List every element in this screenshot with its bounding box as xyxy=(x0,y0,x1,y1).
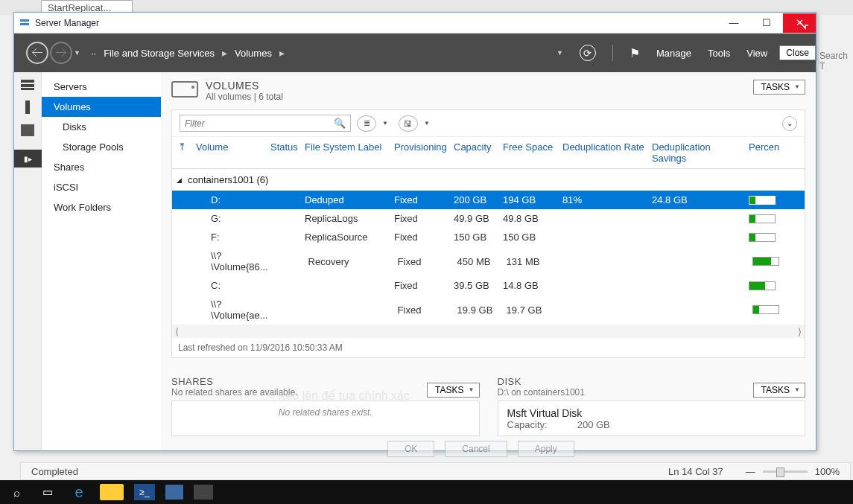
notifications-flag-icon[interactable] xyxy=(630,46,640,60)
window-title: Server Manager xyxy=(35,18,717,28)
sidebar-item-disks[interactable]: Disks xyxy=(42,117,161,137)
table-row[interactable]: C:Fixed39.5 GB14.8 GB xyxy=(172,276,805,295)
overlay-hint: < Kéo lên để tua chính xác xyxy=(267,389,410,403)
cell-save: 24.8 GB xyxy=(649,194,746,205)
sidebar-item-volumes[interactable]: Volumes xyxy=(42,97,161,117)
col-volume[interactable]: Volume xyxy=(193,141,267,164)
disk-name: Msft Virtual Disk xyxy=(507,407,796,419)
nav-dropdown-icon[interactable]: ▼ xyxy=(74,49,80,57)
cell-free: 131 MB xyxy=(504,256,563,267)
disk-title: DISK xyxy=(498,376,585,387)
sidebar: Servers Volumes Disks Storage Pools Shar… xyxy=(42,72,161,450)
usage-bar xyxy=(749,233,776,242)
sidebar-item-iscsi[interactable]: iSCSI xyxy=(42,177,161,197)
cell-prov: Fixed xyxy=(391,232,451,243)
zoom-slider[interactable] xyxy=(763,470,808,473)
cell-volume: \\?\Volume{86... xyxy=(193,250,271,272)
save-query-button[interactable]: 🖫 xyxy=(399,115,418,132)
cell-prov: Fixed xyxy=(395,256,454,267)
sidebar-item-work-folders[interactable]: Work Folders xyxy=(42,197,161,217)
powershell-icon[interactable]: ≥_ xyxy=(134,484,155,500)
table-row[interactable]: F:ReplicaSourceFixed150 GB150 GB xyxy=(172,228,805,246)
col-percent[interactable]: Percen xyxy=(746,141,783,164)
col-dedup-rate[interactable]: Deduplication Rate xyxy=(559,141,649,164)
app-icon-2[interactable] xyxy=(194,485,213,500)
separator xyxy=(612,45,613,61)
expand-button[interactable]: ⌄ xyxy=(782,116,797,131)
table-row[interactable]: G:ReplicaLogsFixed49.9 GB49.8 GB xyxy=(172,209,805,228)
group-row[interactable]: ◢ containers1001 (6) xyxy=(172,169,805,191)
maximize-button[interactable]: ☐ xyxy=(750,13,783,33)
cell-free: 49.8 GB xyxy=(500,213,559,224)
cell-free: 19.7 GB xyxy=(504,304,563,316)
cell-volume: G: xyxy=(193,213,267,224)
volumes-grid: 🔍 ≣▼ 🖫▼ ⌄ ⤒ Volume Status File System La… xyxy=(171,109,805,358)
cell-cap: 39.5 GB xyxy=(451,280,500,291)
cell-cap: 49.9 GB xyxy=(451,213,500,224)
chevron-right-icon: ▸ xyxy=(279,47,285,59)
table-row[interactable]: \\?\Volume{ae...Fixed19.9 GB19.7 GB xyxy=(172,295,805,325)
back-button[interactable]: 🡠 xyxy=(26,42,48,64)
explorer-icon[interactable] xyxy=(100,484,124,500)
refresh-button[interactable]: ⟳ xyxy=(580,45,596,61)
horizontal-scrollbar[interactable]: ⟨⟩ xyxy=(172,325,805,338)
menu-view[interactable]: View xyxy=(746,48,767,59)
search-icon[interactable]: ⌕ xyxy=(6,482,27,503)
usage-bar xyxy=(749,281,776,290)
breadcrumb-volumes[interactable]: Volumes xyxy=(235,48,272,59)
ok-button[interactable]: OK xyxy=(387,441,434,457)
shares-tasks-button[interactable]: TASKS xyxy=(427,383,479,398)
col-status[interactable]: Status xyxy=(267,141,302,164)
content-area: VOLUMES All volumes | 6 total TASKS 🔍 ≣▼… xyxy=(161,72,816,450)
volumes-tasks-button[interactable]: TASKS xyxy=(753,80,805,95)
local-server-icon[interactable] xyxy=(25,101,30,114)
table-row[interactable]: D:DedupedFixed200 GB194 GB81%24.8 GB xyxy=(172,191,805,209)
filter-box[interactable]: 🔍 xyxy=(180,115,351,132)
sort-icon[interactable]: ⤒ xyxy=(175,141,193,164)
filter-input[interactable] xyxy=(185,118,334,129)
shares-title: SHARES xyxy=(171,376,297,387)
zoom-value: 100% xyxy=(815,466,840,477)
chevron-right-icon: ▸ xyxy=(222,47,227,59)
search-icon[interactable]: 🔍 xyxy=(334,118,346,129)
list-view-button[interactable]: ≣ xyxy=(357,115,376,132)
col-label[interactable]: File System Label xyxy=(302,141,391,164)
disk-tasks-button[interactable]: TASKS xyxy=(753,383,805,398)
menu-manage[interactable]: Manage xyxy=(656,48,691,59)
table-row[interactable]: \\?\Volume{86...RecoveryFixed450 MB131 M… xyxy=(172,246,805,276)
sidebar-item-servers[interactable]: Servers xyxy=(42,77,161,97)
cancel-button[interactable]: Cancel xyxy=(445,441,507,457)
breadcrumb-prefix: ·· xyxy=(91,48,96,59)
task-view-icon[interactable]: ▭ xyxy=(37,482,58,503)
ghost-dialog-buttons: OK Cancel Apply xyxy=(387,441,574,457)
sidebar-item-storage-pools[interactable]: Storage Pools xyxy=(42,137,161,157)
breadcrumb-file-storage[interactable]: File and Storage Services xyxy=(104,48,215,59)
forward-button[interactable]: 🡢 xyxy=(50,42,72,64)
editor-statusbar: Completed Ln 14 Col 37 — 100% xyxy=(20,462,851,480)
cell-volume: F: xyxy=(193,232,267,243)
zoom-out-icon[interactable]: — xyxy=(746,466,755,477)
sidebar-item-shares[interactable]: Shares xyxy=(42,157,161,177)
cell-prov: Fixed xyxy=(391,213,451,224)
minimize-button[interactable]: — xyxy=(717,13,750,33)
taskbar: ⌕ ▭ e ≥_ xyxy=(0,480,853,504)
cell-rate: 81% xyxy=(559,194,649,205)
server-manager-taskbar-icon[interactable] xyxy=(165,485,183,500)
cell-volume: \\?\Volume{ae... xyxy=(193,299,271,321)
col-dedup-save[interactable]: Deduplication Savings xyxy=(649,141,746,164)
apply-button[interactable]: Apply xyxy=(518,441,574,457)
dropdown-icon[interactable]: ▼ xyxy=(556,49,563,57)
col-free[interactable]: Free Space xyxy=(500,141,559,164)
dashboard-icon[interactable] xyxy=(21,80,34,90)
header-actions: ▼ ⟳ Manage Tools View Help xyxy=(556,45,804,61)
col-capacity[interactable]: Capacity xyxy=(451,141,500,164)
disk-subtitle: D:\ on containers1001 xyxy=(498,387,585,398)
col-provisioning[interactable]: Provisioning xyxy=(391,141,451,164)
edge-icon[interactable]: e xyxy=(69,482,89,503)
table-header: ⤒ Volume Status File System Label Provis… xyxy=(172,137,805,169)
cell-prov: Fixed xyxy=(395,304,454,316)
menu-tools[interactable]: Tools xyxy=(708,48,730,59)
all-servers-icon[interactable] xyxy=(21,124,34,136)
close-button[interactable]: ✕ xyxy=(783,13,816,33)
file-storage-rail-icon[interactable]: ▮▸ xyxy=(14,150,42,168)
